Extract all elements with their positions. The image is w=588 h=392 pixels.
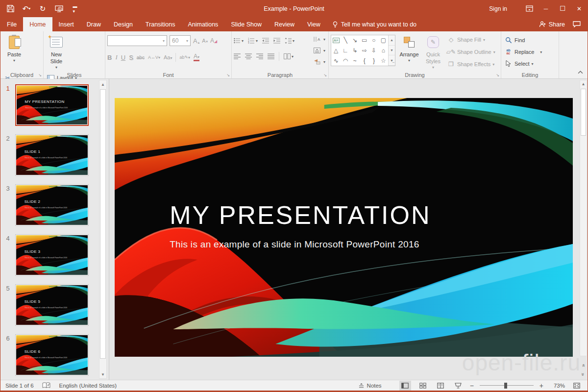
language-indicator[interactable]: English (United States) [59, 383, 117, 389]
shape-right-arrow-icon[interactable]: ⇨ [362, 47, 367, 54]
clear-formatting-icon[interactable]: A◢ [210, 37, 217, 44]
shape-fill-button[interactable]: ◇Shape Fill▾ [446, 35, 496, 45]
bullets-icon[interactable]: ▾ [234, 38, 244, 44]
align-right-icon[interactable] [256, 53, 263, 59]
ribbon-display-options-icon[interactable] [521, 0, 538, 17]
convert-to-smartart-button[interactable]: ▾ [312, 57, 326, 67]
quick-styles-button[interactable]: ✎ Quick Styles▾ [423, 33, 443, 71]
shape-triangle-icon[interactable]: △ [334, 47, 338, 54]
save-icon[interactable] [5, 3, 15, 15]
tab-view[interactable]: View [301, 17, 327, 31]
font-size-combobox[interactable]: 60▾ [170, 35, 191, 46]
minimize-icon[interactable]: ─ [538, 0, 554, 17]
increase-font-size-icon[interactable]: A▴ [193, 37, 199, 45]
text-shadow-icon[interactable]: S [129, 54, 133, 61]
slide-subtitle-text[interactable]: This is an example of a slide in Microso… [170, 239, 419, 250]
zoom-in-icon[interactable]: + [539, 382, 543, 390]
shapes-gallery-scrollbar[interactable]: ▲ ▼ ▼̲ [388, 35, 395, 66]
tab-home[interactable]: Home [23, 17, 52, 31]
select-button[interactable]: Select▾ [503, 59, 557, 69]
columns-icon[interactable]: ▾ [284, 53, 294, 59]
align-center-icon[interactable] [245, 53, 252, 59]
numbering-icon[interactable]: 123▾ [248, 38, 258, 44]
paste-button[interactable]: Paste▾ [2, 33, 26, 71]
paragraph-dialog-launcher-icon[interactable]: ↘ [323, 73, 327, 77]
reading-view-icon[interactable] [435, 381, 446, 391]
character-spacing-icon[interactable]: A↔V▾ [148, 55, 160, 60]
undo-icon[interactable]: ↶▾ [22, 3, 31, 15]
tab-review[interactable]: Review [268, 17, 301, 31]
font-color-icon[interactable]: A▾ [194, 54, 199, 61]
drawing-dialog-launcher-icon[interactable]: ↘ [496, 73, 499, 77]
zoom-slider-thumb[interactable] [504, 383, 507, 389]
shape-arc-icon[interactable]: ◠ [343, 57, 348, 64]
zoom-out-icon[interactable]: − [470, 382, 474, 390]
shape-outline-button[interactable]: ▱✎Shape Outline▾ [446, 47, 496, 57]
shape-left-brace-icon[interactable]: { [364, 57, 366, 64]
close-icon[interactable]: ✕ [571, 0, 588, 17]
next-slide-icon[interactable]: » [581, 373, 586, 376]
tell-me-box[interactable]: Tell me what you want to do [327, 17, 422, 31]
editor-scrollbar[interactable]: ▲ [580, 80, 587, 356]
zoom-slider[interactable] [480, 382, 534, 389]
collapse-ribbon-icon[interactable] [578, 67, 583, 76]
slide-show-view-icon[interactable] [452, 381, 464, 391]
find-button[interactable]: Find [503, 35, 557, 45]
shape-star-icon[interactable]: ☆ [381, 57, 386, 64]
slide-sorter-view-icon[interactable] [417, 381, 429, 391]
slide-title-text[interactable]: MY PRESENTATION [170, 200, 431, 230]
slide-indicator[interactable]: Slide 1 of 6 [5, 383, 34, 389]
sign-in-button[interactable]: Sign in [489, 5, 507, 12]
shape-rounded-rectangle-icon[interactable]: ▢ [381, 37, 386, 44]
tab-animations[interactable]: Animations [182, 17, 225, 31]
thumbnail-scrollbar[interactable]: ▲ ▼ [99, 80, 107, 379]
justify-icon[interactable] [268, 53, 274, 59]
slide-thumbnail-1[interactable]: MY PRESENTATION This is an example of a … [15, 84, 89, 126]
start-from-beginning-icon[interactable] [54, 3, 64, 15]
text-highlight-color-icon[interactable]: ab✎▾ [179, 55, 190, 60]
shape-elbow-arrow-icon[interactable]: ↳ [352, 47, 357, 54]
fit-to-window-icon[interactable] [571, 381, 583, 391]
spell-check-icon[interactable] [41, 381, 52, 391]
change-case-icon[interactable]: Aa▾ [164, 54, 172, 60]
thumbnail-scrollbar-thumb[interactable] [100, 89, 106, 359]
bold-icon[interactable]: B [107, 54, 112, 61]
shape-freeform-icon[interactable]: ⌂ [382, 47, 385, 54]
shape-text-box-icon[interactable]: A≡ [333, 38, 340, 43]
share-button[interactable]: Share [539, 21, 565, 28]
tab-slide-show[interactable]: Slide Show [224, 17, 268, 31]
shape-line-icon[interactable]: ╲ [343, 37, 347, 44]
new-slide-button[interactable]: ✦ New Slide▾ [46, 33, 67, 71]
shape-arrow-icon[interactable]: ↘ [352, 37, 357, 44]
shape-effects-button[interactable]: ❐Shape Effects▾ [446, 59, 496, 69]
shape-oval-icon[interactable]: ○ [372, 37, 375, 44]
tab-file[interactable]: File [0, 17, 23, 31]
shape-curve-icon[interactable]: ~ [353, 57, 357, 64]
decrease-font-size-icon[interactable]: A▾ [202, 38, 208, 44]
line-spacing-icon[interactable]: ▾ [285, 38, 294, 44]
scroll-up-icon[interactable]: ▲ [580, 80, 587, 88]
underline-icon[interactable]: U [121, 54, 125, 61]
redo-icon[interactable]: ↻ [38, 3, 48, 15]
shapes-gallery[interactable]: A≡ ╲ ↘ ▭ ○ ▢ △ ∟ ↳ ⇨ ⇩ ⌂ ∿ ◠ ~ { } [331, 35, 395, 66]
replace-button[interactable]: abac Replace▾ [503, 47, 557, 57]
normal-view-icon[interactable] [399, 381, 411, 391]
slide-thumbnail-2[interactable]: SLIDE 1 This is an example of a slide in… [15, 134, 89, 176]
editor-scrollbar-thumb[interactable] [581, 89, 586, 136]
slide-thumbnail-4[interactable]: SLIDE 3 This is an example of a slide in… [15, 234, 89, 276]
align-left-icon[interactable] [234, 53, 241, 59]
strikethrough-icon[interactable]: abc [137, 55, 145, 60]
notes-button[interactable]: Notes [358, 383, 382, 389]
slide-thumbnail-3[interactable]: SLIDE 2 This is an example of a slide in… [15, 184, 89, 226]
shape-scribble-icon[interactable]: ∿ [334, 57, 339, 64]
increase-indent-icon[interactable] [273, 38, 280, 44]
tab-draw[interactable]: Draw [80, 17, 107, 31]
shape-rectangle-icon[interactable]: ▭ [362, 37, 367, 44]
slide-canvas[interactable]: MY PRESENTATION This is an example of a … [115, 98, 573, 357]
slide-thumbnail-5[interactable]: SLIDE 5 This is an example of a slide in… [15, 284, 89, 326]
scroll-down-icon[interactable]: ▼ [99, 370, 106, 378]
italic-icon[interactable]: I [115, 53, 117, 61]
customize-quick-access-icon[interactable]: ▬▾ [70, 3, 80, 15]
decrease-indent-icon[interactable] [262, 38, 269, 44]
shape-down-arrow-icon[interactable]: ⇩ [371, 47, 376, 54]
